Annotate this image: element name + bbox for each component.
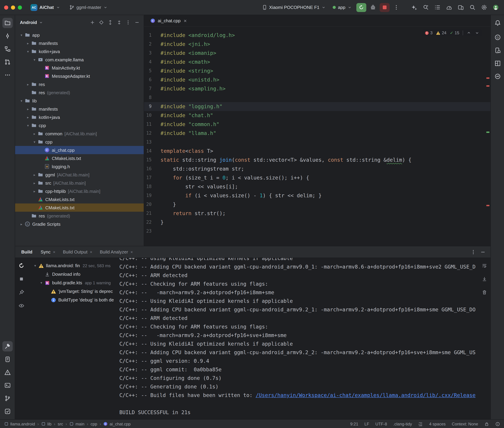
code-line-20[interactable]: 20 } [144, 200, 490, 209]
close-tab-icon[interactable] [183, 19, 187, 23]
terminal-icon[interactable] [2, 380, 13, 390]
code-line-21[interactable]: 21 return str.str(); [144, 209, 490, 218]
chevron-right-icon[interactable]: ▸ [25, 82, 31, 86]
stop-button[interactable] [380, 3, 390, 12]
chevron-right-icon[interactable]: ▸ [32, 181, 37, 185]
scrollend-icon[interactable] [480, 275, 488, 283]
tree-item-cpp-httplib[interactable]: ▸cpp-httplib[AiChat.lib.main] [15, 187, 144, 195]
error-stripe-mark[interactable] [486, 85, 489, 87]
build-tree-item-llama-android-fin[interactable]: ▾llama.android: fin22 sec, 583 ms [27, 261, 119, 270]
chevron-down-icon[interactable]: ▾ [25, 49, 31, 53]
pull-requests-icon[interactable] [2, 57, 13, 67]
add-icon[interactable] [88, 18, 96, 26]
minimize-window-button[interactable] [11, 5, 15, 9]
run-button[interactable] [356, 3, 366, 12]
app-insights-icon[interactable] [492, 71, 503, 82]
breadcrumb-lib[interactable]: lib [41, 421, 51, 426]
chevron-right-icon[interactable]: ▸ [25, 115, 31, 119]
build-tab-sync[interactable]: Sync× [37, 248, 59, 256]
tree-item-kotlin-java[interactable]: ▸kotlin+java [15, 113, 144, 121]
notifications-icon[interactable] [492, 18, 503, 28]
hide-panel-icon[interactable] [133, 18, 141, 26]
tree-item-ggml[interactable]: ▸ggml[AiChat.lib.main] [15, 171, 144, 179]
tree-item-kotlin-java[interactable]: ▾kotlin+java [15, 47, 144, 56]
chevron-right-icon[interactable]: ▸ [32, 189, 37, 193]
close-window-button[interactable] [4, 5, 8, 9]
settings-icon[interactable] [479, 3, 488, 12]
profiler-icon[interactable] [444, 3, 453, 12]
context-indicator[interactable]: Context: None [452, 421, 478, 426]
close-tab-icon[interactable]: × [130, 250, 133, 254]
code-line-4[interactable]: 4#include <cmath> [144, 58, 490, 66]
tree-item-cmakelists-txt[interactable]: CMakeLists.txt [15, 204, 144, 212]
chevron-down-icon[interactable]: ▾ [32, 140, 37, 144]
tree-item-cmakelists-txt[interactable]: CMakeLists.txt [15, 195, 144, 204]
change-stripe-mark[interactable] [486, 132, 489, 133]
locate-icon[interactable] [97, 18, 105, 26]
breadcrumb-ai-chat-cpp[interactable]: Cai_chat.cpp [103, 421, 131, 426]
build-icon[interactable] [2, 341, 13, 351]
branch-selector[interactable]: ggml-master [67, 3, 110, 11]
status-info-icon[interactable] [495, 421, 500, 426]
tree-item-mainactivity-kt[interactable]: KMainActivity.kt [15, 64, 144, 72]
tree-item-logging-h[interactable]: Hlogging.h [15, 162, 144, 171]
device-mirror-icon[interactable] [456, 3, 465, 12]
pin-icon[interactable] [17, 288, 25, 296]
indent-style-icon[interactable] [418, 421, 423, 426]
code-line-18[interactable]: 18 str << values[i]; [144, 182, 490, 191]
indent-size[interactable]: 4 spaces [429, 421, 446, 426]
project-icon[interactable] [2, 18, 13, 28]
next-problem-button[interactable] [475, 31, 479, 35]
tree-item-src[interactable]: ▸src[AiChat.lib.main] [15, 179, 144, 187]
avatar-icon[interactable] [491, 3, 500, 12]
build-console[interactable]: C/C++: -- Using KleidiAI optimized kerne… [119, 258, 478, 419]
collapse-all-icon[interactable] [115, 18, 123, 26]
error-stripe-mark[interactable] [486, 205, 489, 206]
project-selector[interactable]: AC AiChat [28, 3, 63, 12]
code-style[interactable]: .clang-tidy [393, 421, 412, 426]
code-line-9[interactable]: 9#include "logging.h" [144, 102, 490, 111]
chevron-down-icon[interactable]: ▾ [38, 281, 44, 285]
chevron-down-icon[interactable]: ▾ [32, 58, 37, 61]
tree-item-messageadapter-kt[interactable]: KMessageAdapter.kt [15, 72, 144, 80]
tree-item-app[interactable]: ▾app [15, 31, 144, 39]
zoom-window-button[interactable] [18, 5, 22, 9]
project-view-selector[interactable]: Android [18, 18, 45, 26]
code-line-10[interactable]: 10#include "chat.h" [144, 111, 490, 120]
version-control-icon[interactable] [2, 393, 13, 403]
build-tree-item-download-info[interactable]: Download info [27, 270, 119, 279]
code-line-8[interactable]: 8 [144, 93, 490, 102]
stop-square-icon[interactable] [17, 275, 25, 283]
search-actions-icon[interactable] [421, 3, 430, 12]
breadcrumb-llama-android[interactable]: llama.android [4, 421, 35, 426]
code-line-11[interactable]: 11#include "common.h" [144, 120, 490, 129]
layout-inspector-icon[interactable] [492, 58, 503, 68]
tree-item-res[interactable]: res(generated) [15, 88, 144, 97]
run-config-selector[interactable]: app [331, 3, 354, 11]
tree-item-res[interactable]: ▸res [15, 80, 144, 88]
chevron-right-icon[interactable]: ▸ [32, 173, 37, 177]
tree-item-lib[interactable]: ▾lib [15, 97, 144, 105]
kebab-icon[interactable] [124, 18, 132, 26]
lock-icon[interactable] [484, 421, 489, 426]
tree-item-cmakelists-txt[interactable]: CMakeLists.txt [15, 154, 144, 162]
code-line-16[interactable]: 16 std::ostringstream str; [144, 165, 490, 173]
code-line-6[interactable]: 6#include <unistd.h> [144, 75, 490, 84]
todo-icon[interactable] [2, 406, 13, 417]
code-line-14[interactable]: 14template<class T> [144, 147, 490, 156]
build-tree-item-build-gradle-kts[interactable]: ▾Kbuild.gradle.ktsapp 1 warning [27, 279, 119, 287]
code-line-22[interactable]: 22} [144, 218, 490, 227]
chevron-right-icon[interactable]: ▸ [25, 107, 31, 111]
more-run-actions-button[interactable] [392, 3, 401, 12]
tree-item-cpp[interactable]: ▾cpp [15, 121, 144, 130]
code-line-2[interactable]: 2#include <jni.h> [144, 40, 490, 49]
code-line-15[interactable]: 15static std::string join(const std::vec… [144, 156, 490, 165]
close-tab-icon[interactable]: × [53, 250, 55, 254]
editor-tab-ai-chat-cpp[interactable]: C ai_chat.cpp [147, 15, 190, 26]
prev-problem-button[interactable] [466, 31, 471, 35]
passed-checks-count[interactable]: ✓ 15 [450, 31, 459, 35]
device-explorer-icon[interactable] [492, 45, 503, 56]
caret-position[interactable]: 9:21 [350, 421, 358, 426]
debug-button[interactable] [368, 3, 378, 12]
search-icon[interactable] [468, 3, 477, 12]
